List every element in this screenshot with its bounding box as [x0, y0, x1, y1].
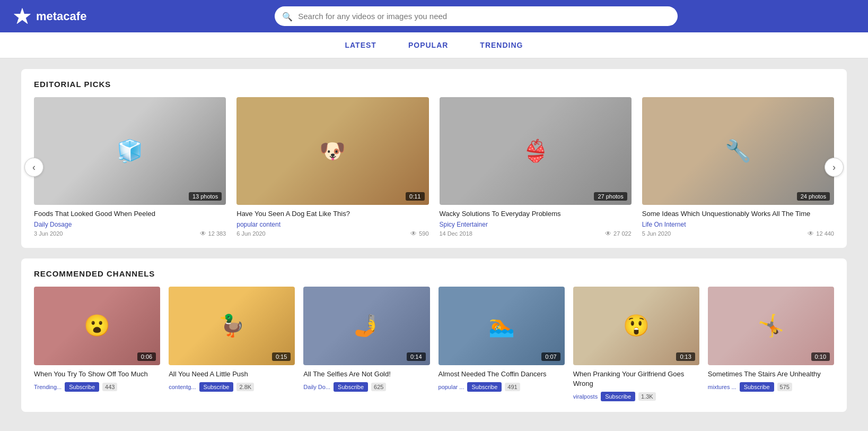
channel-card-4[interactable]: 🏊 0:07 Almost Needed The Coffin Dancers … — [439, 287, 565, 401]
channel-card-1[interactable]: 😮 0:06 When You Try To Show Off Too Much… — [34, 287, 160, 401]
channel-thumb-3[interactable]: 🤳 0:14 — [303, 287, 429, 365]
editorial-card-4[interactable]: 🔧 24 photos Some Ideas Which Unquestiona… — [642, 97, 834, 237]
channel-thumb-2[interactable]: 🦆 0:15 — [169, 287, 295, 365]
editorial-channel-3[interactable]: Spicy Entertainer — [440, 221, 632, 228]
channel-title-3: All The Selfies Are Not Gold! — [303, 369, 429, 379]
recommended-channels-section: RECOMMENDED CHANNELS 😮 0:06 When You Try… — [21, 258, 847, 412]
channel-sub-row-6: mixtures ... Subscribe 575 — [708, 382, 834, 392]
sub-count-3: 625 — [371, 383, 386, 391]
editorial-badge-2: 0:11 — [406, 192, 424, 201]
sub-count-6: 575 — [777, 383, 792, 391]
nav-popular[interactable]: POPULAR — [408, 41, 448, 49]
channel-name-short-1[interactable]: Trending... — [34, 384, 62, 390]
editorial-date-4: 5 Jun 2020 — [642, 230, 671, 237]
editorial-date-3: 14 Dec 2018 — [440, 230, 472, 237]
channel-name-short-6[interactable]: mixtures ... — [708, 384, 737, 390]
eye-icon-1: 👁 — [200, 230, 206, 237]
logo-star-icon — [13, 7, 32, 26]
logo[interactable]: metacafe — [13, 7, 86, 26]
editorial-thumb-3[interactable]: 👙 27 photos — [440, 97, 632, 205]
channel-card-6[interactable]: 🤸 0:10 Sometimes The Stairs Are Unhealth… — [708, 287, 834, 401]
channel-card-3[interactable]: 🤳 0:14 All The Selfies Are Not Gold! Dai… — [303, 287, 429, 401]
channel-card-5[interactable]: 😲 0:13 When Pranking Your Girlfriend Goe… — [573, 287, 699, 401]
channel-card-2[interactable]: 🦆 0:15 All You Need A Little Push conten… — [169, 287, 295, 401]
channel-title-4: Almost Needed The Coffin Dancers — [439, 369, 565, 379]
channel-name-short-5[interactable]: viralposts — [573, 393, 598, 400]
editorial-views-2: 👁 590 — [410, 230, 428, 237]
eye-icon-3: 👁 — [605, 230, 611, 237]
channel-thumb-4[interactable]: 🏊 0:07 — [439, 287, 565, 365]
subscribe-button-1[interactable]: Subscribe — [65, 382, 99, 392]
channel-badge-1: 0:06 — [137, 352, 156, 361]
editorial-meta-2: 6 Jun 2020 👁 590 — [236, 230, 428, 237]
sub-count-5: 1.3K — [638, 392, 656, 401]
editorial-badge-3: 27 photos — [594, 192, 627, 201]
channel-sub-row-2: contentg... Subscribe 2.8K — [169, 382, 295, 392]
editorial-card-2[interactable]: 🐶 0:11 Have You Seen A Dog Eat Like This… — [236, 97, 428, 237]
recommended-channels-title: RECOMMENDED CHANNELS — [34, 269, 834, 278]
editorial-badge-4: 24 photos — [797, 192, 830, 201]
channel-badge-5: 0:13 — [676, 352, 695, 361]
search-icon: 🔍 — [282, 11, 293, 21]
subscribe-button-6[interactable]: Subscribe — [740, 382, 774, 392]
logo-text: metacafe — [36, 10, 86, 23]
sub-count-1: 443 — [102, 383, 117, 391]
editorial-meta-4: 5 Jun 2020 👁 12 440 — [642, 230, 834, 237]
editorial-date-2: 6 Jun 2020 — [236, 230, 265, 237]
editorial-thumb-1[interactable]: 🧊 13 photos — [34, 97, 226, 205]
channel-sub-row-5: viralposts Subscribe 1.3K — [573, 392, 699, 401]
svg-marker-0 — [14, 8, 31, 23]
channel-badge-2: 0:15 — [272, 352, 291, 361]
channel-badge-4: 0:07 — [541, 352, 560, 361]
editorial-badge-1: 13 photos — [189, 192, 222, 201]
editorial-title-3: Wacky Solutions To Everyday Problems — [440, 209, 632, 219]
editorial-thumb-4[interactable]: 🔧 24 photos — [642, 97, 834, 205]
eye-icon-2: 👁 — [410, 230, 417, 237]
editorial-views-3: 👁 27 022 — [605, 230, 632, 237]
subscribe-button-3[interactable]: Subscribe — [334, 382, 368, 392]
channel-thumb-6[interactable]: 🤸 0:10 — [708, 287, 834, 365]
search-bar: 🔍 — [275, 6, 678, 26]
thumb-emoji-1: 🧊 — [34, 97, 226, 205]
main-content: EDITORIAL PICKS ‹ 🧊 13 photos Foods That… — [0, 58, 868, 431]
nav-trending[interactable]: TRENDING — [480, 41, 523, 49]
channels-list: 😮 0:06 When You Try To Show Off Too Much… — [34, 287, 834, 401]
main-nav: LATEST POPULAR TRENDING — [0, 32, 868, 58]
editorial-date-1: 3 Jun 2020 — [34, 230, 63, 237]
channel-name-short-2[interactable]: contentg... — [169, 384, 196, 390]
channel-title-5: When Pranking Your Girlfriend Goes Wrong — [573, 369, 699, 389]
channel-thumb-1[interactable]: 😮 0:06 — [34, 287, 160, 365]
editorial-title-4: Some Ideas Which Unquestionably Works Al… — [642, 209, 834, 219]
thumb-emoji-4: 🔧 — [642, 97, 834, 205]
editorial-channel-1[interactable]: Daily Dosage — [34, 221, 226, 228]
eye-icon-4: 👁 — [808, 230, 814, 237]
editorial-items-list: 🧊 13 photos Foods That Looked Good When … — [34, 97, 834, 237]
editorial-channel-2[interactable]: popular content — [236, 221, 428, 228]
channel-thumb-5[interactable]: 😲 0:13 — [573, 287, 699, 365]
sub-count-2: 2.8K — [236, 383, 254, 391]
editorial-channel-4[interactable]: Life On Internet — [642, 221, 834, 228]
search-input[interactable] — [275, 6, 678, 26]
channel-name-short-4[interactable]: popular ... — [439, 384, 464, 390]
subscribe-button-2[interactable]: Subscribe — [199, 382, 234, 392]
channel-badge-3: 0:14 — [407, 352, 425, 361]
channel-title-2: All You Need A Little Push — [169, 369, 295, 379]
editorial-views-1: 👁 12 383 — [200, 230, 226, 237]
channel-title-1: When You Try To Show Off Too Much — [34, 369, 160, 379]
nav-latest[interactable]: LATEST — [345, 41, 376, 49]
editorial-card-1[interactable]: 🧊 13 photos Foods That Looked Good When … — [34, 97, 226, 237]
editorial-card-3[interactable]: 👙 27 photos Wacky Solutions To Everyday … — [440, 97, 632, 237]
editorial-views-4: 👁 12 440 — [808, 230, 834, 237]
channel-sub-row-3: Daily Do... Subscribe 625 — [303, 382, 429, 392]
channel-name-short-3[interactable]: Daily Do... — [303, 384, 330, 390]
editorial-carousel: ‹ 🧊 13 photos Foods That Looked Good Whe… — [34, 97, 834, 237]
subscribe-button-4[interactable]: Subscribe — [467, 382, 502, 392]
carousel-prev-button[interactable]: ‹ — [24, 158, 43, 177]
editorial-thumb-2[interactable]: 🐶 0:11 — [236, 97, 428, 205]
editorial-meta-3: 14 Dec 2018 👁 27 022 — [440, 230, 632, 237]
subscribe-button-5[interactable]: Subscribe — [601, 392, 635, 401]
editorial-title-1: Foods That Looked Good When Peeled — [34, 209, 226, 219]
carousel-next-button[interactable]: › — [825, 158, 844, 177]
editorial-picks-section: EDITORIAL PICKS ‹ 🧊 13 photos Foods That… — [21, 69, 847, 248]
editorial-title-2: Have You Seen A Dog Eat Like This? — [236, 209, 428, 219]
